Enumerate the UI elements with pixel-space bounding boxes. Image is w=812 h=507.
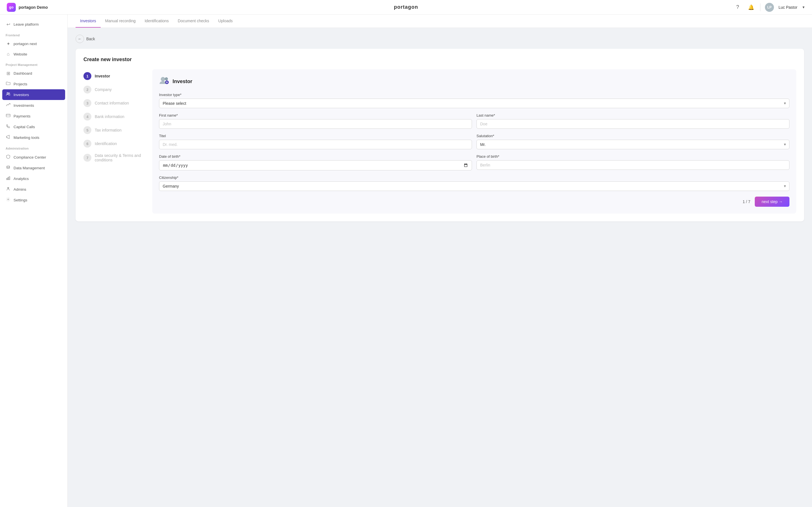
step-5-label: Tax information xyxy=(95,128,121,132)
form-panel-title: Investor xyxy=(172,78,192,84)
tab-document-checks[interactable]: Document checks xyxy=(173,15,214,27)
svg-rect-5 xyxy=(6,178,7,180)
shield-icon xyxy=(6,154,11,160)
sidebar-item-investments[interactable]: Investments xyxy=(0,100,67,111)
titel-label: Titel xyxy=(159,134,472,138)
investor-type-select[interactable]: Please select Individual Company xyxy=(159,99,790,108)
sidebar-item-payments[interactable]: Payments xyxy=(0,111,67,121)
step-7-label: Data security & Terms and conditions xyxy=(95,153,146,162)
last-name-input[interactable] xyxy=(476,119,790,129)
svg-point-9 xyxy=(8,188,8,188)
user-name: Luc Pastor xyxy=(778,5,797,10)
sidebar-item-leave-platform[interactable]: ↩ Leave platform xyxy=(0,19,67,30)
step-5-num: 5 xyxy=(84,126,91,134)
help-button[interactable]: ? xyxy=(733,3,742,12)
analytics-icon xyxy=(6,176,11,181)
sidebar-item-compliance[interactable]: Compliance Center xyxy=(0,152,67,163)
star-icon: ✦ xyxy=(6,41,11,47)
main-content: Investors Manual recording Identificatio… xyxy=(68,15,812,507)
sidebar-item-dashboard[interactable]: ⊞ Dashboard xyxy=(0,68,67,78)
svg-point-12 xyxy=(165,77,168,80)
citizenship-select[interactable]: Germany Austria Switzerland United Kingd… xyxy=(159,181,790,191)
salutation-select-wrapper: Mr. Mrs. Mx. ▼ xyxy=(476,140,790,149)
svg-point-1 xyxy=(9,93,10,94)
top-navigation: go portagon Demo portagon ? 🔔 LP Luc Pas… xyxy=(0,0,812,15)
step-2-num: 2 xyxy=(84,86,91,94)
bell-icon: 🔔 xyxy=(748,4,754,10)
form-panel-header: Investor xyxy=(159,76,790,87)
steps-list: 1 Investor 2 Company 3 Contact informati… xyxy=(84,69,146,214)
sidebar-item-admins[interactable]: Admins xyxy=(0,184,67,194)
first-name-input[interactable] xyxy=(159,119,472,129)
step-3: 3 Contact information xyxy=(84,96,146,110)
user-menu-chevron[interactable]: ▼ xyxy=(802,5,805,9)
sidebar-item-portagon-next[interactable]: ✦ portagon next xyxy=(0,39,67,49)
form-footer: 1 / 7 next step → xyxy=(159,196,790,207)
step-6: 6 Identification xyxy=(84,137,146,151)
svg-point-10 xyxy=(8,199,9,200)
payments-icon xyxy=(6,113,11,119)
home-icon: ⌂ xyxy=(6,52,11,57)
salutation-select[interactable]: Mr. Mrs. Mx. xyxy=(476,140,790,149)
capital-calls-icon xyxy=(6,124,11,129)
dob-group: Date of birth* xyxy=(159,154,472,170)
next-step-button[interactable]: next step → xyxy=(755,196,790,207)
sidebar-item-settings[interactable]: Settings xyxy=(0,194,67,205)
svg-point-0 xyxy=(7,93,8,94)
svg-rect-6 xyxy=(8,177,9,180)
citizenship-group: Citizenship* Germany Austria Switzerland… xyxy=(159,175,790,191)
sidebar-item-marketing-tools[interactable]: Marketing tools xyxy=(0,132,67,143)
nav-divider xyxy=(760,3,760,11)
sidebar-item-projects[interactable]: Projects xyxy=(0,78,67,89)
back-button[interactable]: ← Back xyxy=(75,35,95,43)
database-icon xyxy=(6,165,11,171)
grid-icon: ⊞ xyxy=(6,71,11,76)
step-6-label: Identification xyxy=(95,142,117,146)
sidebar-item-analytics[interactable]: Analytics xyxy=(0,173,67,184)
step-7-num: 7 xyxy=(84,154,91,162)
tab-identifications[interactable]: Identifications xyxy=(140,15,173,27)
app-logo: go xyxy=(7,3,16,12)
place-of-birth-label: Place of birth* xyxy=(476,154,790,159)
tab-investors[interactable]: Investors xyxy=(75,15,101,27)
folder-icon xyxy=(6,81,11,87)
users-icon xyxy=(6,92,11,98)
first-name-group: First name* xyxy=(159,113,472,129)
tab-uploads[interactable]: Uploads xyxy=(214,15,237,27)
notifications-button[interactable]: 🔔 xyxy=(747,3,756,12)
back-arrow-circle: ← xyxy=(75,35,84,43)
dob-input[interactable] xyxy=(159,160,472,170)
step-5: 5 Tax information xyxy=(84,123,146,137)
marketing-icon xyxy=(6,135,11,140)
step-2: 2 Company xyxy=(84,83,146,96)
user-avatar: LP xyxy=(765,3,774,12)
step-6-num: 6 xyxy=(84,140,91,148)
titel-input[interactable] xyxy=(159,140,472,149)
sidebar-section-project: Project Management xyxy=(0,59,67,68)
last-name-group: Last name* xyxy=(476,113,790,129)
sidebar-item-capital-calls[interactable]: Capital Calls xyxy=(0,121,67,132)
card-title: Create new investor xyxy=(84,57,796,62)
leave-icon: ↩ xyxy=(6,22,11,27)
place-of-birth-input[interactable] xyxy=(476,160,790,170)
titel-group: Titel xyxy=(159,134,472,149)
settings-icon xyxy=(6,197,11,203)
step-counter: 1 / 7 xyxy=(743,200,750,204)
svg-rect-2 xyxy=(6,114,10,117)
sidebar-section-admin: Administration xyxy=(0,143,67,152)
svg-rect-7 xyxy=(9,177,10,180)
sidebar-item-investors[interactable]: Investors xyxy=(2,89,65,100)
admins-icon xyxy=(6,186,11,192)
step-4-num: 4 xyxy=(84,113,91,121)
svg-point-11 xyxy=(161,77,165,81)
step-1: 1 Investor xyxy=(84,69,146,83)
sidebar-item-data-management[interactable]: Data Management xyxy=(0,163,67,173)
step-4: 4 Bank information xyxy=(84,110,146,123)
salutation-label: Salutation* xyxy=(476,134,790,138)
investor-form-panel: Investor Investor type* Please select In… xyxy=(152,69,796,214)
investments-icon xyxy=(6,103,11,108)
sidebar-item-website[interactable]: ⌂ Website xyxy=(0,49,67,59)
tab-manual-recording[interactable]: Manual recording xyxy=(101,15,140,27)
step-2-label: Company xyxy=(95,87,112,92)
svg-point-4 xyxy=(7,166,10,167)
